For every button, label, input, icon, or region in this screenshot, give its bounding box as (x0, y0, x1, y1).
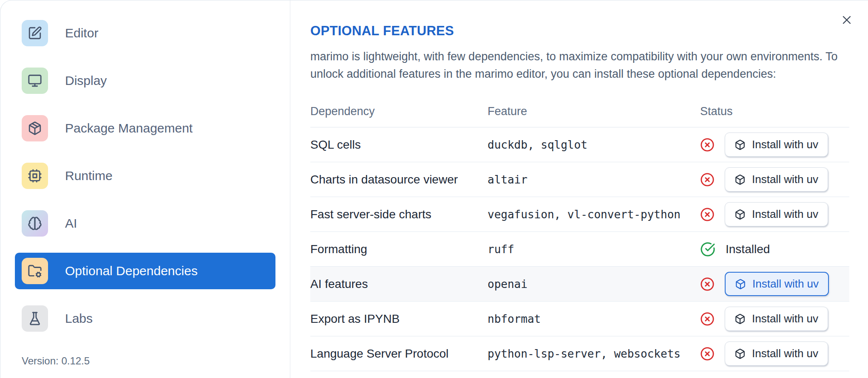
page-title: OPTIONAL FEATURES (310, 23, 849, 39)
installed-label: Installed (726, 243, 770, 256)
column-header-dependency: Dependency (310, 105, 488, 118)
install-with-uv-button[interactable]: Install with uv (725, 133, 828, 157)
folder-cog-icon (22, 258, 48, 284)
status-cell: Install with uv (700, 167, 849, 192)
sidebar-item-label: Package Management (65, 121, 193, 135)
monitor-icon (22, 68, 48, 94)
table-row: Export as IPYNB nbformat Install with uv (310, 302, 849, 336)
settings-sidebar: Editor Display Package Management Runtim… (0, 0, 290, 378)
table-header: Dependency Feature Status (310, 96, 849, 127)
table-row: AI features openai Install with uv (310, 267, 849, 302)
sidebar-item-runtime[interactable]: Runtime (15, 158, 275, 194)
install-with-uv-button[interactable]: Install with uv (725, 307, 828, 331)
flask-icon (22, 305, 48, 332)
install-button-label: Install with uv (752, 138, 818, 151)
install-with-uv-button[interactable]: Install with uv (725, 341, 828, 366)
not-installed-icon (700, 312, 715, 326)
table-row: SQL cells duckdb, sqlglot Install with u… (310, 127, 849, 162)
box-icon (735, 174, 746, 185)
install-button-label: Install with uv (752, 277, 819, 291)
feature-cell: vegafusion, vl-convert-python (488, 208, 700, 221)
close-button[interactable] (838, 11, 855, 28)
not-installed-icon (700, 138, 715, 152)
column-header-status: Status (700, 105, 849, 118)
package-icon (22, 115, 48, 141)
feature-cell: ruff (488, 243, 700, 256)
square-pen-icon (22, 20, 48, 46)
not-installed-icon (700, 347, 715, 361)
not-installed-icon (700, 277, 715, 291)
dependency-cell: Language Server Protocol (310, 347, 488, 361)
feature-cell: python-lsp-server, websockets (488, 347, 700, 360)
sidebar-item-display[interactable]: Display (15, 62, 275, 99)
install-button-label: Install with uv (752, 208, 818, 221)
status-cell: Install with uv (700, 272, 849, 296)
install-button-label: Install with uv (752, 312, 818, 325)
brain-icon (22, 210, 48, 237)
status-cell: Installed (700, 242, 849, 257)
dependency-cell: Formatting (310, 243, 488, 256)
dependency-cell: Fast server-side charts (310, 208, 488, 221)
sidebar-item-package-management[interactable]: Package Management (15, 110, 275, 147)
install-with-uv-button[interactable]: Install with uv (725, 167, 828, 192)
install-button-label: Install with uv (752, 173, 818, 186)
sidebar-item-label: Editor (65, 26, 98, 40)
sidebar-item-labs[interactable]: Labs (15, 300, 275, 337)
optional-features-panel: OPTIONAL FEATURES marimo is lightweight,… (290, 0, 868, 378)
box-icon (735, 348, 746, 359)
table-row: Language Server Protocol python-lsp-serv… (310, 336, 849, 371)
dependency-cell: AI features (310, 277, 488, 291)
dependency-cell: Charts in datasource viewer (310, 173, 488, 186)
sidebar-item-label: Optional Dependencies (65, 264, 198, 278)
box-icon (735, 279, 746, 290)
box-icon (735, 313, 746, 324)
sidebar-item-editor[interactable]: Editor (15, 15, 275, 51)
box-icon (735, 139, 746, 150)
install-with-uv-button[interactable]: Install with uv (725, 272, 829, 296)
table-row: Fast server-side charts vegafusion, vl-c… (310, 197, 849, 232)
sidebar-item-label: AI (65, 216, 77, 231)
dependency-cell: SQL cells (310, 138, 488, 152)
table-row: Charts in datasource viewer altair Insta… (310, 162, 849, 197)
cpu-icon (22, 163, 48, 189)
sidebar-item-label: Labs (65, 311, 93, 326)
close-icon (840, 13, 854, 27)
feature-cell: duckdb, sqlglot (488, 138, 700, 151)
dependency-cell: Export as IPYNB (310, 312, 488, 326)
panel-description: marimo is lightweight, with few dependen… (310, 48, 847, 82)
feature-cell: altair (488, 173, 700, 186)
sidebar-item-label: Display (65, 73, 107, 88)
feature-cell: openai (488, 278, 700, 291)
sidebar-item-label: Runtime (65, 169, 113, 183)
install-button-label: Install with uv (752, 347, 818, 360)
installed-check-icon (700, 242, 715, 257)
dependencies-table: Dependency Feature Status SQL cells duck… (310, 96, 849, 371)
status-cell: Install with uv (700, 307, 849, 331)
status-cell: Install with uv (700, 133, 849, 157)
column-header-feature: Feature (488, 105, 700, 118)
sidebar-item-optional-dependencies[interactable]: Optional Dependencies (15, 253, 275, 289)
sidebar-item-ai[interactable]: AI (15, 205, 275, 242)
install-with-uv-button[interactable]: Install with uv (725, 202, 828, 226)
status-cell: Install with uv (700, 341, 849, 366)
feature-cell: nbformat (488, 313, 700, 325)
status-cell: Install with uv (700, 202, 849, 226)
table-row: Formatting ruff Installed (310, 232, 849, 267)
not-installed-icon (700, 172, 715, 187)
version-label: Version: 0.12.5 (22, 355, 90, 367)
settings-dialog: Editor Display Package Management Runtim… (0, 0, 868, 378)
box-icon (735, 209, 746, 220)
not-installed-icon (700, 207, 715, 222)
